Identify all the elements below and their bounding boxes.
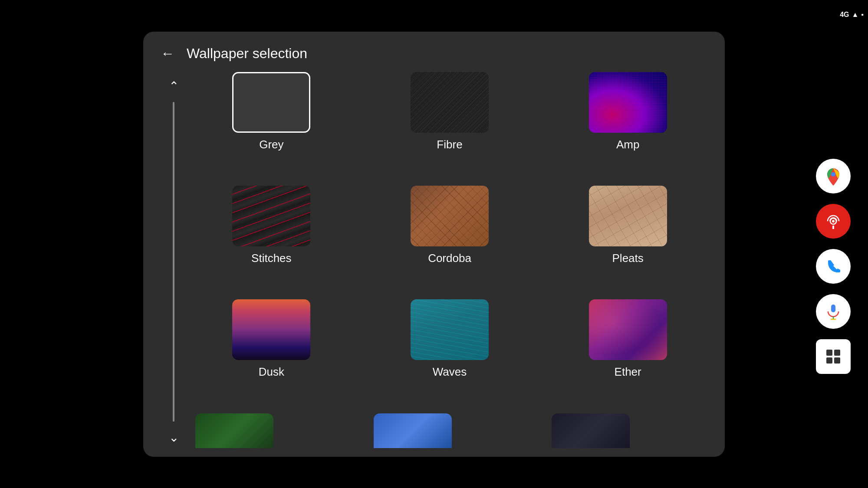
wallpaper-thumb-amp — [589, 72, 667, 133]
svg-rect-10 — [834, 357, 840, 364]
wallpaper-label-dusk: Dusk — [259, 365, 284, 379]
grid-area: Grey Fibre Amp Stitches — [187, 72, 704, 448]
wallpaper-grid: Grey Fibre Amp Stitches — [195, 72, 704, 401]
wallpaper-item-cordoba[interactable]: Cordoba — [374, 186, 526, 287]
page-title: Wallpaper selection — [187, 46, 307, 62]
partial-thumb-3[interactable] — [552, 413, 630, 448]
app-icon-podcast[interactable] — [816, 204, 851, 239]
wallpaper-label-amp: Amp — [616, 138, 639, 151]
app-icon-maps[interactable] — [816, 159, 851, 193]
wallpaper-item-waves[interactable]: Waves — [374, 299, 526, 401]
signal-icon: ▲ — [852, 11, 858, 19]
svg-point-2 — [832, 220, 835, 223]
scroll-down-button[interactable]: ⌄ — [165, 427, 182, 448]
header: ← Wallpaper selection — [143, 32, 725, 72]
wallpaper-label-grey: Grey — [259, 138, 283, 151]
svg-rect-8 — [834, 350, 840, 356]
wallpaper-item-ether[interactable]: Ether — [552, 299, 704, 401]
svg-rect-3 — [832, 226, 834, 229]
status-bar: 4G ▲ ▪ — [840, 9, 868, 19]
wallpaper-thumb-pleats — [589, 186, 667, 246]
app-icons-container — [816, 45, 851, 488]
scroll-track — [173, 102, 174, 422]
wallpaper-item-amp[interactable]: Amp — [552, 72, 704, 174]
wallpaper-thumb-fibre — [411, 72, 489, 133]
right-sidebar: 4G ▲ ▪ — [799, 0, 868, 488]
wallpaper-item-dusk[interactable]: Dusk — [195, 299, 348, 401]
wallpaper-label-fibre: Fibre — [437, 138, 462, 151]
svg-rect-9 — [826, 357, 832, 364]
wallpaper-thumb-grey — [232, 72, 310, 133]
scroll-controls: ⌃ ⌄ — [161, 72, 187, 448]
wallpaper-item-grey[interactable]: Grey — [195, 72, 348, 174]
screen: ← Wallpaper selection ⌃ ⌄ Grey Fibre — [143, 32, 725, 457]
wallpaper-thumb-ether — [589, 299, 667, 360]
app-icon-phone[interactable] — [816, 249, 851, 284]
wallpaper-label-waves: Waves — [433, 365, 467, 379]
wallpaper-label-stitches: Stitches — [251, 252, 292, 265]
wallpaper-label-cordoba: Cordoba — [428, 252, 471, 265]
battery-icon: ▪ — [861, 11, 864, 19]
partial-thumb-2[interactable] — [374, 413, 452, 448]
wallpaper-thumb-dusk — [232, 299, 310, 360]
main-content: ⌃ ⌄ Grey Fibre Amp — [143, 72, 725, 457]
wallpaper-item-pleats[interactable]: Pleats — [552, 186, 704, 287]
back-button[interactable]: ← — [161, 46, 174, 60]
partial-thumb-1[interactable] — [195, 413, 273, 448]
wallpaper-thumb-cordoba — [411, 186, 489, 246]
signal-text: 4G — [840, 11, 849, 19]
app-icon-grid[interactable] — [816, 339, 851, 374]
svg-rect-4 — [831, 305, 835, 312]
wallpaper-item-fibre[interactable]: Fibre — [374, 72, 526, 174]
wallpaper-thumb-waves — [411, 299, 489, 360]
wallpaper-thumb-stitches — [232, 186, 310, 246]
svg-rect-7 — [826, 350, 832, 356]
wallpaper-label-pleats: Pleats — [612, 252, 644, 265]
partial-row — [195, 413, 704, 448]
wallpaper-item-stitches[interactable]: Stitches — [195, 186, 348, 287]
scroll-up-button[interactable]: ⌃ — [165, 75, 182, 97]
wallpaper-label-ether: Ether — [615, 365, 641, 379]
svg-point-0 — [831, 172, 835, 177]
app-icon-microphone[interactable] — [816, 294, 851, 329]
